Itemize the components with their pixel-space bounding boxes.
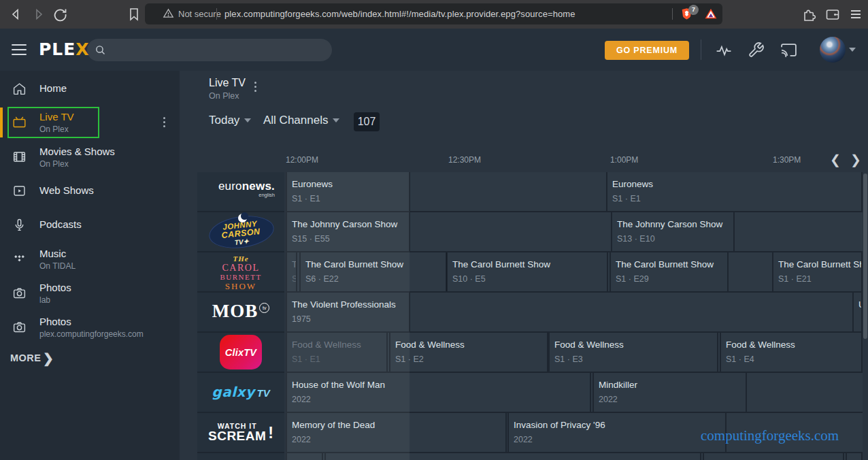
program-cell[interactable] (286, 453, 323, 460)
program-cell[interactable]: The Johnny Carson ShowS15 · E55 (286, 212, 410, 251)
row-separator (286, 452, 863, 453)
timeline-label: 1:30PM (773, 155, 801, 165)
date-filter-dropdown[interactable]: Today (209, 114, 251, 127)
program-subtitle: 2022 (599, 395, 618, 404)
program-cell[interactable]: Invasion of Privacy '962022 (507, 413, 727, 452)
timeline-next-icon[interactable]: ❯ (850, 152, 861, 167)
channel-logo-scream: WATCH ITSCREAM! (197, 413, 284, 452)
settings-wrench-icon[interactable] (748, 42, 765, 59)
channel-tile-watch-it-scream[interactable]: WATCH ITSCREAM! (197, 413, 284, 452)
channel-tile-galxy-tv[interactable]: galxyTV (197, 373, 284, 412)
program-cell[interactable] (846, 453, 863, 460)
avatar[interactable] (820, 37, 846, 63)
channel-tile-mobtv[interactable]: MOBtv (197, 293, 284, 331)
program-cell[interactable] (703, 453, 844, 460)
url-divider-right (672, 8, 673, 20)
webshows-icon (12, 184, 27, 198)
browser-menu-icon[interactable] (848, 6, 864, 22)
plex-header: PLEX GO PREMIUM 10 (0, 29, 868, 71)
program-subtitle: S1 · E29 (616, 274, 649, 284)
channel-tile-euronews-english[interactable]: euronews.english (197, 172, 284, 211)
search-bar[interactable] (87, 39, 332, 61)
program-cell[interactable]: The Carol Burnett ShowS10 · E5 (446, 252, 608, 291)
forward-icon[interactable] (30, 6, 46, 22)
go-premium-button[interactable]: GO PREMIUM (605, 41, 689, 60)
webshows-icon (12, 184, 27, 198)
menu-hamburger-icon[interactable] (12, 44, 27, 55)
extensions-puzzle-icon[interactable] (801, 6, 818, 22)
sidebar-item-sublabel: lab (39, 295, 50, 305)
sidebar-item-web-shows[interactable]: Web Shows (0, 175, 180, 208)
bookmark-icon[interactable] (126, 6, 142, 22)
item-menu-dots-icon[interactable] (163, 117, 165, 127)
wallet-icon[interactable] (824, 6, 841, 22)
channel-logo-clix: ClixTV (197, 333, 284, 372)
program-title: Food & Wellness (726, 340, 795, 350)
sidebar-item-label: Photos (39, 282, 71, 293)
channel-logo-carol: THeCAROLBURNETTSHOW (197, 252, 284, 291)
search-input[interactable] (112, 42, 325, 60)
sidebar-item-podcasts[interactable]: Podcasts (0, 209, 180, 242)
livetv-icon (12, 115, 27, 129)
sidebar-item-music[interactable]: MusicOn TIDAL (0, 243, 180, 276)
page-menu-dots-icon[interactable] (254, 82, 256, 92)
main-content: Live TV On Plex Today All Channels 107 1… (180, 71, 868, 460)
sidebar-item-photos[interactable]: Photoslab (0, 277, 180, 310)
program-title: Mindkiller (599, 380, 637, 390)
camera-icon (12, 286, 27, 300)
home-icon (12, 82, 27, 96)
program-cell[interactable]: U (852, 293, 863, 331)
channel-logo-euronews: euronews.english (197, 172, 284, 198)
url-text[interactable]: plex.computingforgeeks.com/web/index.htm… (224, 9, 575, 19)
plex-logo[interactable]: PLEX (39, 39, 90, 59)
sidebar-item-photos[interactable]: Photosplex.computingforgeeks.com (0, 311, 180, 344)
program-title: U (858, 299, 863, 310)
program-cell[interactable]: EuronewsS1 · E1 (286, 172, 410, 211)
program-cell[interactable]: The Carol Burnett ShowS1 · E21 (772, 252, 863, 291)
channel-tile-empty[interactable] (197, 453, 284, 460)
back-icon[interactable] (8, 6, 24, 22)
sidebar-more-button[interactable]: MORE❯ (10, 352, 41, 369)
avatar-caret-icon[interactable] (849, 48, 856, 52)
channel-tile-clixtv[interactable]: ClixTV (197, 333, 284, 372)
channels-filter-dropdown[interactable]: All Channels (263, 114, 339, 127)
header-divider (701, 39, 701, 60)
program-cell[interactable]: The Carol Burnett ShowS6 · E22 (299, 252, 447, 291)
program-cell[interactable] (324, 453, 701, 460)
sidebar-item-sublabel: plex.computingforgeeks.com (39, 329, 144, 339)
timeline-prev-icon[interactable]: ❮ (830, 152, 841, 167)
sidebar-item-home[interactable]: Home (0, 73, 180, 105)
timeline-label: 1:00PM (610, 155, 638, 165)
program-cell[interactable]: Food & WellnessS1 · E3 (548, 333, 718, 372)
program-cell[interactable]: Mindkiller2022 (592, 373, 747, 412)
program-cell[interactable]: House of the Wolf Man2022 (286, 373, 591, 412)
channel-tile-the-carol-burnett-show[interactable]: THeCAROLBURNETTSHOW (197, 252, 284, 291)
activity-icon[interactable] (715, 42, 732, 59)
program-cell[interactable]: The Violent Professionals1975 (286, 293, 410, 331)
program-title: The Carol Burnett Show (452, 259, 550, 269)
program-cell[interactable]: Food & WellnessS1 · E1 (286, 333, 388, 372)
channel-tile-johnny-carson-tv[interactable]: JOHNNYCARSONTV✦ (197, 212, 284, 251)
sidebar-item-live-tv[interactable]: Live TVOn Plex (0, 106, 180, 139)
program-cell[interactable]: Food & WellnessS1 · E4 (720, 333, 863, 372)
program-cell[interactable]: The Carol Burnett ShowS1 · E29 (610, 252, 729, 291)
program-cell[interactable]: EuronewsS1 · E1 (606, 172, 863, 211)
program-cell[interactable]: The Johnny Carson ShowS13 · E10 (611, 212, 735, 251)
program-subtitle: S1 · E21 (778, 274, 812, 284)
podcasts-icon (12, 218, 27, 232)
channel-count-badge: 107 (354, 112, 380, 131)
program-cell[interactable]: Memory of the Dead2022 (286, 413, 507, 452)
timeline-label: 12:30PM (448, 155, 481, 165)
cast-icon[interactable] (780, 42, 797, 59)
reload-icon[interactable] (52, 6, 68, 22)
program-subtitle: S6 · E22 (305, 274, 339, 284)
podcasts-icon (12, 218, 27, 232)
more-label: MORE (10, 352, 41, 363)
program-cell[interactable]: The Carol Burnett ShowS1 (286, 252, 297, 291)
url-bar[interactable]: Not secure plex.computingforgeeks.com/we… (145, 3, 722, 24)
bat-rewards-icon[interactable] (704, 7, 718, 21)
timeline-label: 12:00PM (286, 155, 318, 165)
program-cell[interactable]: Food & WellnessS1 · E2 (389, 333, 548, 372)
sidebar-item-movies-shows[interactable]: Movies & ShowsOn Plex (0, 141, 180, 174)
vertical-scrollbar-thumb[interactable] (863, 174, 867, 339)
